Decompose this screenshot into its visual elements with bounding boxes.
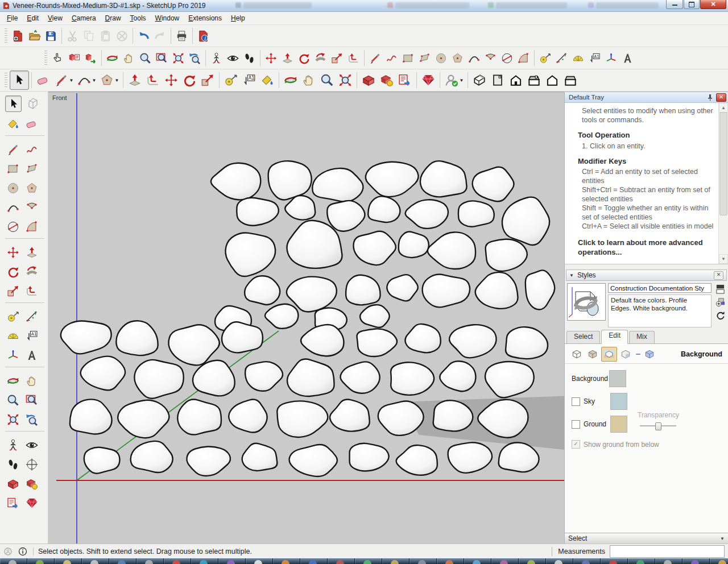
stone-component[interactable] — [506, 327, 548, 359]
offset-tool[interactable] — [345, 49, 362, 67]
stone-component[interactable] — [245, 362, 283, 391]
select-tool[interactable] — [5, 96, 22, 112]
rotate-tool[interactable] — [5, 264, 20, 279]
taskbar-app-button[interactable] — [27, 558, 55, 564]
menu-tools[interactable]: Tools — [126, 13, 151, 23]
stone-component[interactable] — [366, 162, 419, 197]
taskbar-app-button[interactable] — [109, 558, 136, 564]
stone-component[interactable] — [134, 360, 183, 399]
stone-component[interactable] — [423, 275, 470, 308]
circle-tool[interactable] — [433, 49, 449, 67]
3d-text-tool[interactable] — [24, 347, 39, 363]
stone-component[interactable] — [70, 399, 112, 434]
open-button[interactable] — [26, 27, 43, 44]
styles-panel-header[interactable]: ▼ Styles ✕ — [566, 269, 727, 281]
stone-component[interactable] — [502, 197, 549, 245]
ground-color-swatch[interactable] — [610, 416, 627, 433]
stone-component[interactable] — [526, 270, 555, 309]
measurements-input[interactable] — [610, 545, 725, 558]
component-attributes-button[interactable] — [82, 49, 99, 67]
line-tool[interactable] — [367, 49, 383, 67]
dimension-tool[interactable] — [553, 49, 570, 67]
arc-tool[interactable]: ▼ — [75, 71, 98, 89]
menu-window[interactable]: Window — [151, 13, 184, 23]
stone-component[interactable] — [237, 198, 279, 226]
taskbar-app-button[interactable] — [546, 558, 573, 564]
taskbar-app-button[interactable] — [628, 558, 655, 564]
geolocation-icon[interactable] — [3, 547, 13, 556]
stone-component[interactable] — [177, 400, 221, 435]
instructor-scrollbar[interactable]: ▲ ▼ — [718, 103, 728, 264]
taskbar-app-button[interactable] — [382, 558, 410, 564]
cut-button[interactable] — [64, 27, 81, 44]
view-right-button[interactable] — [525, 71, 543, 89]
stone-component[interactable] — [289, 445, 337, 476]
background-color-swatch[interactable] — [609, 370, 626, 387]
rotate-tool[interactable] — [180, 71, 198, 89]
stone-component[interactable] — [387, 275, 417, 301]
tape-measure-tool[interactable] — [222, 71, 240, 89]
redo-button[interactable] — [152, 27, 168, 44]
polygon-tool[interactable] — [24, 180, 39, 196]
stone-component[interactable] — [360, 305, 390, 327]
tape-measure-tool[interactable] — [5, 309, 20, 324]
move-tool[interactable] — [162, 71, 180, 89]
taskbar-app-button[interactable] — [246, 558, 273, 564]
scale-tool[interactable] — [5, 283, 20, 298]
view-front-button[interactable] — [507, 71, 525, 89]
taskbar-app-button[interactable] — [464, 558, 491, 564]
pin-icon[interactable] — [705, 93, 714, 101]
arc-filled-tool[interactable] — [515, 49, 532, 67]
move-tool[interactable] — [263, 49, 279, 67]
close-button[interactable]: ✕ — [700, 0, 726, 9]
menu-extensions[interactable]: Extensions — [184, 13, 226, 23]
info-icon[interactable] — [18, 547, 27, 556]
menu-help[interactable]: Help — [226, 13, 250, 23]
styles-close-icon[interactable]: ✕ — [714, 271, 723, 280]
taskbar-app-button[interactable] — [164, 558, 191, 564]
arc-3point-tool[interactable] — [499, 49, 515, 67]
taskbar-app-button[interactable] — [300, 558, 328, 564]
windows-taskbar[interactable] — [0, 558, 728, 564]
stone-component[interactable] — [242, 443, 278, 471]
zoom-tool[interactable] — [5, 392, 20, 408]
protractor-tool[interactable] — [5, 328, 20, 343]
circle-tool[interactable] — [5, 180, 20, 196]
zoom-window-tool[interactable] — [154, 49, 170, 67]
minimize-button[interactable] — [666, 0, 683, 9]
orbit-tool[interactable] — [5, 373, 20, 388]
stone-component[interactable] — [440, 361, 475, 391]
text-tool[interactable]: A1 — [240, 71, 258, 89]
taskbar-app-button[interactable] — [410, 558, 437, 564]
restore-button[interactable] — [684, 0, 700, 9]
stone-component[interactable] — [449, 325, 497, 358]
line-tool[interactable]: ▼ — [52, 71, 75, 89]
rotated-rectangle-tool[interactable] — [416, 49, 433, 67]
look-around-tool[interactable] — [24, 437, 39, 453]
stone-component[interactable] — [116, 321, 158, 355]
taskbar-app-button[interactable] — [710, 558, 728, 564]
taskbar-app-button[interactable] — [682, 558, 710, 564]
stone-component[interactable] — [265, 304, 298, 329]
transparency-slider[interactable] — [640, 422, 676, 429]
offset-tool[interactable] — [144, 71, 162, 89]
stone-component[interactable] — [458, 201, 494, 226]
style-name-input[interactable] — [608, 283, 712, 293]
taskbar-app-button[interactable] — [55, 558, 82, 564]
pie-tool[interactable] — [482, 49, 499, 67]
tape-measure-tool[interactable] — [537, 49, 553, 67]
polygon-tool[interactable] — [449, 49, 466, 67]
arc-filled-tool[interactable] — [24, 219, 39, 234]
stone-component[interactable] — [268, 161, 312, 200]
zoom-extents-button[interactable] — [5, 412, 20, 427]
stone-component[interactable] — [61, 321, 111, 354]
shapes-tool[interactable]: ▼ — [98, 71, 121, 89]
tray-close-icon[interactable]: ✕ — [716, 93, 726, 102]
stone-component[interactable] — [187, 446, 230, 476]
toolbar-drag-handle[interactable] — [44, 51, 47, 65]
menu-view[interactable]: View — [43, 13, 67, 23]
view-iso-button[interactable] — [470, 71, 489, 89]
move-tool[interactable] — [5, 244, 20, 260]
text-tool[interactable]: A1 — [586, 49, 603, 67]
chevron-down-icon[interactable]: ▼ — [115, 78, 119, 83]
